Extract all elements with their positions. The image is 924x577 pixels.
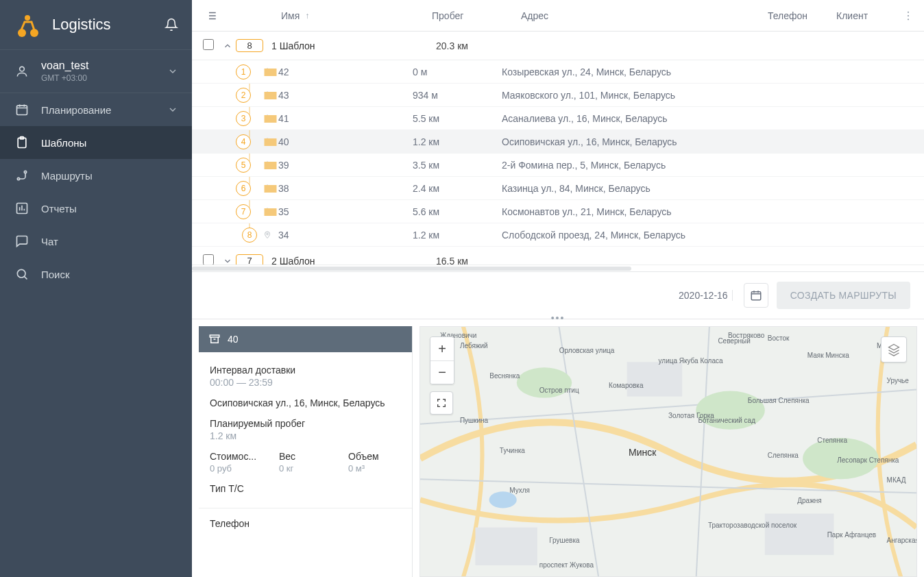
group-run: 20.3 км — [436, 40, 525, 51]
interval-value: 00:00 — 23:59 — [210, 377, 401, 388]
horizontal-scrollbar[interactable] — [192, 265, 924, 271]
item-name: 35 — [276, 206, 413, 217]
collapse-toggle[interactable] — [219, 41, 236, 51]
nav-search-label: Поиск — [41, 269, 178, 280]
svg-point-10 — [17, 269, 25, 278]
order-badge: 5 — [236, 158, 251, 173]
item-name: 41 — [276, 113, 413, 124]
volume-label: Объем — [348, 451, 401, 462]
table-header: Имя↑ Пробег Адрес Телефон Клиент — [192, 0, 924, 32]
item-name: 34 — [276, 230, 413, 241]
item-address: 2-й Фомина пер., 5, Минск, Беларусь — [502, 160, 783, 171]
table-row[interactable]: 5393.5 км2-й Фомина пер., 5, Минск, Бела… — [192, 154, 924, 177]
phone-label: Телефон — [210, 518, 401, 529]
sidebar: Logistics voan_test GMT +03:00 Планирова… — [0, 0, 192, 577]
svg-point-11 — [908, 11, 909, 12]
item-run: 5.6 км — [413, 206, 502, 217]
group-checkbox[interactable] — [203, 39, 214, 50]
detail-header: 40 — [199, 326, 412, 352]
nav-chat[interactable]: Чат — [0, 225, 192, 258]
notifications-icon[interactable] — [165, 18, 178, 32]
sort-asc-icon: ↑ — [305, 11, 309, 21]
group-name: 2 Шаблон — [271, 256, 436, 265]
route-icon — [14, 169, 30, 182]
chevron-down-icon — [167, 104, 178, 115]
detail-title: 40 — [228, 334, 239, 345]
map[interactable]: Минск ЛебяжийВеснянкаОрловская улицаОстр… — [420, 326, 917, 577]
table-row[interactable]: 7355.6 кмКосмонавтов ул., 21, Минск, Бел… — [192, 200, 924, 223]
svg-point-3 — [20, 66, 25, 71]
layers-button[interactable] — [881, 336, 907, 363]
table-body[interactable]: 81 Шаблон20.3 км1420 мКозыревская ул., 2… — [192, 32, 924, 265]
col-client[interactable]: Клиент — [836, 10, 898, 21]
nav-templates[interactable]: Шаблоны — [0, 126, 192, 159]
zoom-in-button[interactable]: + — [430, 337, 454, 360]
table-row[interactable]: 8341.2 кмСлободской проезд, 24, Минск, Б… — [192, 223, 924, 247]
order-badge: 1 — [236, 64, 251, 79]
zoom-out-button[interactable]: − — [430, 360, 454, 384]
order-badge: 6 — [236, 181, 251, 196]
item-run: 5.5 км — [413, 113, 502, 124]
item-name: 38 — [276, 183, 413, 194]
list-view-icon[interactable] — [203, 10, 219, 22]
order-badge: 8 — [242, 228, 257, 243]
user-timezone: GMT +03:00 — [41, 73, 156, 83]
group-badge: 7 — [236, 254, 263, 265]
nav-search[interactable]: Поиск — [0, 258, 192, 291]
map-canvas — [420, 327, 916, 576]
table-row[interactable]: 3415.5 кмАсаналиева ул., 16, Минск, Бела… — [192, 107, 924, 130]
resize-handle[interactable]: ••• — [551, 312, 566, 323]
user-icon — [14, 64, 30, 78]
nav-routes[interactable]: Маршруты — [0, 159, 192, 192]
col-addr[interactable]: Адрес — [521, 10, 768, 21]
item-address: Казинца ул., 84, Минск, Беларусь — [502, 183, 783, 194]
main-content: Имя↑ Пробег Адрес Телефон Клиент 81 Шабл… — [192, 0, 924, 577]
col-run[interactable]: Пробег — [432, 10, 521, 21]
table-row[interactable]: 4401.2 кмОсиповичская ул., 16, Минск, Бе… — [192, 130, 924, 154]
group-name: 1 Шаблон — [271, 40, 436, 51]
date-picker-button[interactable] — [744, 283, 768, 308]
svg-point-13 — [908, 19, 909, 20]
item-address: Слободской проезд, 24, Минск, Беларусь — [502, 230, 783, 241]
nav-chat-label: Чат — [41, 236, 178, 247]
order-badge: 7 — [236, 204, 251, 219]
group-badge: 8 — [236, 39, 263, 52]
table-more-icon[interactable] — [898, 10, 919, 22]
table-row[interactable]: 6382.4 кмКазинца ул., 84, Минск, Беларус… — [192, 177, 924, 200]
item-address: Осиповичская ул., 16, Минск, Беларусь — [502, 136, 783, 147]
archive-icon — [208, 333, 221, 345]
svg-rect-23 — [210, 335, 219, 337]
group-checkbox[interactable] — [203, 254, 214, 265]
item-run: 2.4 км — [413, 183, 502, 194]
weight-label: Вес — [279, 451, 332, 462]
item-address: Козыревская ул., 24, Минск, Беларусь — [502, 66, 783, 77]
table-row[interactable]: 243934 мМаяковского ул., 101, Минск, Бел… — [192, 84, 924, 107]
svg-point-2 — [25, 15, 30, 21]
nav-planning[interactable]: Планирование — [0, 93, 192, 126]
user-block[interactable]: voan_test GMT +03:00 — [0, 49, 192, 93]
selected-date: 2020-12-16 — [679, 290, 733, 301]
item-address: Космонавтов ул., 21, Минск, Беларусь — [502, 206, 783, 217]
fullscreen-button[interactable] — [430, 391, 453, 415]
col-phone[interactable]: Телефон — [768, 10, 836, 21]
create-routes-button[interactable]: СОЗДАТЬ МАРШРУТЫ — [777, 282, 910, 309]
group-row[interactable]: 72 Шаблон16.5 км — [192, 247, 924, 265]
svg-rect-31 — [475, 528, 537, 565]
svg-rect-22 — [751, 292, 761, 300]
item-name: 39 — [276, 160, 413, 171]
svg-rect-29 — [627, 362, 682, 396]
group-row[interactable]: 81 Шаблон20.3 км — [192, 32, 924, 60]
user-name: voan_test — [41, 60, 156, 72]
nav-reports[interactable]: Отчеты — [0, 192, 192, 225]
expand-toggle[interactable] — [219, 256, 236, 265]
app-title: Logistics — [52, 16, 154, 34]
order-badge: 4 — [236, 134, 251, 149]
chevron-down-icon — [167, 66, 178, 77]
svg-point-26 — [517, 367, 572, 397]
table-row[interactable]: 1420 мКозыревская ул., 24, Минск, Белару… — [192, 60, 924, 84]
volume-value: 0 м³ — [348, 463, 401, 474]
svg-point-7 — [17, 177, 19, 180]
col-name[interactable]: Имя↑ — [219, 10, 432, 21]
detail-panel: 40 Интервал доставки 00:00 — 23:59 Осипо… — [199, 326, 413, 577]
order-badge: 3 — [236, 111, 251, 126]
